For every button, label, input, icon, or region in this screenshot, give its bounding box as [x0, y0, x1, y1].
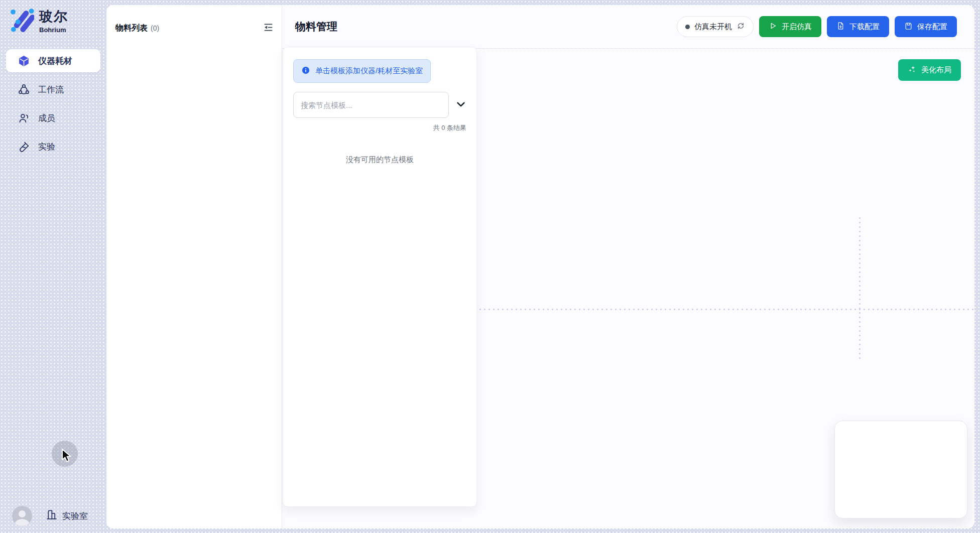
- info-icon: [301, 66, 310, 76]
- workflow-icon: [17, 83, 30, 96]
- start-simulation-button[interactable]: 开启仿真: [759, 16, 821, 37]
- info-banner-text: 单击模板添加仪器/耗材至实验室: [315, 66, 423, 76]
- beautify-layout-button[interactable]: 美化布局: [898, 59, 961, 81]
- bohrium-logo-icon: [9, 7, 34, 34]
- sidebar-item-experiments[interactable]: 实验: [6, 135, 100, 158]
- refresh-status-button[interactable]: [737, 22, 745, 32]
- chevron-down-icon: [455, 99, 466, 111]
- collapse-list-button[interactable]: [455, 99, 466, 111]
- test-tube-icon: [17, 140, 30, 153]
- lab-switcher[interactable]: 实验室: [45, 508, 88, 523]
- node-template-panel: 单击模板添加仪器/耗材至实验室 共 0 条结果 没有可用的节点模板: [283, 47, 477, 507]
- download-config-button[interactable]: 下载配置: [827, 16, 889, 37]
- sidebar-item-members[interactable]: 成员: [6, 106, 100, 129]
- user-avatar[interactable]: [12, 506, 32, 526]
- page-title: 物料管理: [295, 20, 337, 34]
- status-dot-icon: [685, 25, 690, 29]
- canvas-guide-vertical: [859, 216, 861, 361]
- save-config-button[interactable]: 保存配置: [895, 16, 957, 37]
- search-input[interactable]: [293, 92, 449, 118]
- play-icon: [769, 22, 777, 32]
- sidebar-item-instruments[interactable]: 仪器耗材: [6, 49, 100, 72]
- sidebar-item-label: 实验: [38, 141, 55, 153]
- simulation-status-pill: 仿真未开机: [677, 16, 754, 37]
- sidebar-item-workflow[interactable]: 工作流: [6, 78, 100, 101]
- collapse-panel-button[interactable]: [263, 22, 274, 34]
- main-panel: 物料列表(0) 物料管理 仿真未开机: [106, 5, 974, 528]
- canvas-guide-horizontal: [478, 309, 974, 310]
- sidebar-item-label: 成员: [38, 112, 55, 124]
- sidebar-bottom: 实验室: [0, 506, 106, 526]
- content-header: 物料管理 仿真未开机: [282, 5, 974, 49]
- save-icon: [904, 22, 913, 32]
- mouse-cursor-icon: [61, 449, 74, 466]
- sidebar-item-label: 仪器耗材: [38, 55, 72, 67]
- sparkles-icon: [908, 65, 917, 75]
- file-download-icon: [836, 22, 845, 32]
- materials-list-count: (0): [151, 24, 159, 32]
- materials-list-title: 物料列表: [115, 24, 148, 32]
- lab-label: 实验室: [62, 510, 88, 522]
- minimap-card[interactable]: [834, 421, 967, 518]
- menu-fold-icon: [263, 22, 274, 34]
- results-count: 共 0 条结果: [293, 123, 466, 132]
- members-icon: [17, 111, 30, 124]
- refresh-icon: [737, 22, 745, 32]
- info-banner: 单击模板添加仪器/耗材至实验室: [293, 59, 431, 83]
- app-subtitle: Bohrium: [39, 26, 68, 34]
- app-logo: 玻尔 Bohrium: [6, 7, 100, 34]
- app-name: 玻尔: [39, 8, 68, 26]
- simulation-status-label: 仿真未开机: [694, 22, 732, 32]
- empty-state-text: 没有可用的节点模板: [293, 155, 466, 165]
- cube-icon: [17, 54, 30, 67]
- building-icon: [45, 508, 58, 523]
- materials-list-panel: 物料列表(0): [106, 5, 282, 528]
- sidebar-item-label: 工作流: [38, 84, 64, 95]
